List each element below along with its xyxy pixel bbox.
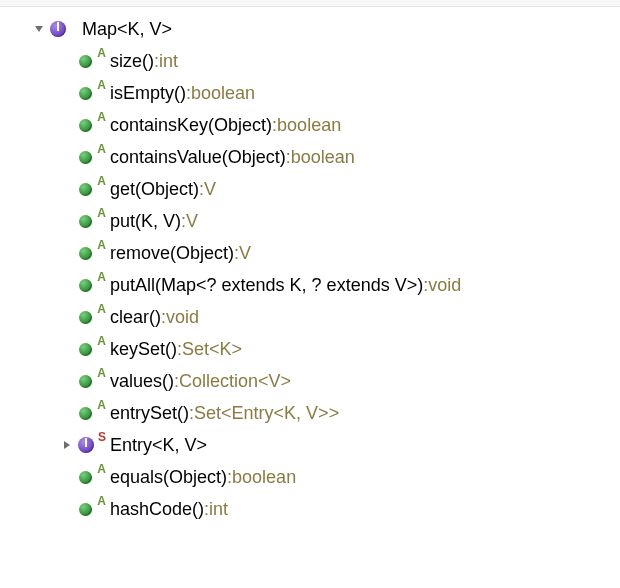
return-type: int bbox=[159, 51, 178, 72]
method-name: hashCode() bbox=[110, 499, 204, 520]
method-name: putAll(Map<? extends K, ? extends V>) bbox=[110, 275, 423, 296]
method-icon: A bbox=[78, 372, 96, 390]
type-name: Map<K, V> bbox=[82, 19, 172, 40]
method-icon: A bbox=[78, 500, 96, 518]
tree-row-method[interactable]: AisEmpty() : boolean bbox=[60, 77, 620, 109]
interface-icon: I bbox=[50, 20, 68, 38]
return-type: void bbox=[428, 275, 461, 296]
method-name: clear() bbox=[110, 307, 161, 328]
abstract-badge-icon: A bbox=[97, 79, 106, 91]
tree-row-method[interactable]: Aput(K, V) : V bbox=[60, 205, 620, 237]
tree-row-method[interactable]: AhashCode() : int bbox=[60, 493, 620, 525]
abstract-badge-icon: A bbox=[97, 303, 106, 315]
abstract-badge-icon: A bbox=[97, 335, 106, 347]
method-icon: A bbox=[78, 404, 96, 422]
method-icon: A bbox=[78, 276, 96, 294]
type-name: Entry<K, V> bbox=[110, 435, 207, 456]
tree-row-root[interactable]: I Map<K, V> bbox=[32, 13, 620, 45]
abstract-badge-icon: A bbox=[97, 271, 106, 283]
abstract-badge-icon: A bbox=[97, 463, 106, 475]
tree-row-method[interactable]: AcontainsKey(Object) : boolean bbox=[60, 109, 620, 141]
method-name: values() bbox=[110, 371, 174, 392]
svg-marker-1 bbox=[64, 441, 70, 449]
method-name: entrySet() bbox=[110, 403, 189, 424]
method-icon: A bbox=[78, 340, 96, 358]
abstract-badge-icon: A bbox=[97, 367, 106, 379]
return-type: boolean bbox=[291, 147, 355, 168]
tree-row-method[interactable]: Aclear() : void bbox=[60, 301, 620, 333]
window-header bbox=[0, 0, 620, 7]
tree-row-method[interactable]: Aequals(Object) : boolean bbox=[60, 461, 620, 493]
tree-row-method[interactable]: Aremove(Object) : V bbox=[60, 237, 620, 269]
method-name: containsKey(Object) bbox=[110, 115, 272, 136]
method-icon: A bbox=[78, 180, 96, 198]
abstract-badge-icon: A bbox=[97, 495, 106, 507]
static-badge-icon: S bbox=[98, 431, 106, 443]
return-type: V bbox=[186, 211, 198, 232]
abstract-badge-icon: A bbox=[97, 143, 106, 155]
return-type: Set<Entry<K, V>> bbox=[194, 403, 339, 424]
method-icon: A bbox=[78, 84, 96, 102]
method-name: keySet() bbox=[110, 339, 177, 360]
return-type: boolean bbox=[232, 467, 296, 488]
method-name: remove(Object) bbox=[110, 243, 234, 264]
method-icon: A bbox=[78, 52, 96, 70]
method-name: put(K, V) bbox=[110, 211, 181, 232]
return-type: int bbox=[209, 499, 228, 520]
method-name: containsValue(Object) bbox=[110, 147, 286, 168]
abstract-badge-icon: A bbox=[97, 47, 106, 59]
tree-row-type[interactable]: ISEntry<K, V> bbox=[60, 429, 620, 461]
expand-toggle[interactable] bbox=[32, 22, 46, 36]
return-type: V bbox=[239, 243, 251, 264]
tree-row-method[interactable]: AkeySet() : Set<K> bbox=[60, 333, 620, 365]
tree-row-method[interactable]: AputAll(Map<? extends K, ? extends V>) :… bbox=[60, 269, 620, 301]
tree-row-method[interactable]: AcontainsValue(Object) : boolean bbox=[60, 141, 620, 173]
method-icon: A bbox=[78, 148, 96, 166]
interface-icon: IS bbox=[78, 436, 96, 454]
tree-row-method[interactable]: Asize() : int bbox=[60, 45, 620, 77]
method-name: isEmpty() bbox=[110, 83, 186, 104]
abstract-badge-icon: A bbox=[97, 175, 106, 187]
abstract-badge-icon: A bbox=[97, 111, 106, 123]
return-type: boolean bbox=[277, 115, 341, 136]
method-icon: A bbox=[78, 116, 96, 134]
tree-row-method[interactable]: Avalues() : Collection<V> bbox=[60, 365, 620, 397]
method-icon: A bbox=[78, 308, 96, 326]
method-icon: A bbox=[78, 212, 96, 230]
abstract-badge-icon: A bbox=[97, 239, 106, 251]
return-type: V bbox=[204, 179, 216, 200]
abstract-badge-icon: A bbox=[97, 207, 106, 219]
return-type: void bbox=[166, 307, 199, 328]
return-type: Set<K> bbox=[182, 339, 242, 360]
svg-marker-0 bbox=[35, 26, 43, 32]
method-name: equals(Object) bbox=[110, 467, 227, 488]
return-type: Collection<V> bbox=[179, 371, 291, 392]
expand-toggle[interactable] bbox=[60, 438, 74, 452]
return-type: boolean bbox=[191, 83, 255, 104]
abstract-badge-icon: A bbox=[97, 399, 106, 411]
method-icon: A bbox=[78, 244, 96, 262]
outline-tree: I Map<K, V> Asize() : intAisEmpty() : bo… bbox=[0, 7, 620, 525]
method-name: size() bbox=[110, 51, 154, 72]
tree-row-method[interactable]: AentrySet() : Set<Entry<K, V>> bbox=[60, 397, 620, 429]
tree-row-method[interactable]: Aget(Object) : V bbox=[60, 173, 620, 205]
method-icon: A bbox=[78, 468, 96, 486]
method-name: get(Object) bbox=[110, 179, 199, 200]
